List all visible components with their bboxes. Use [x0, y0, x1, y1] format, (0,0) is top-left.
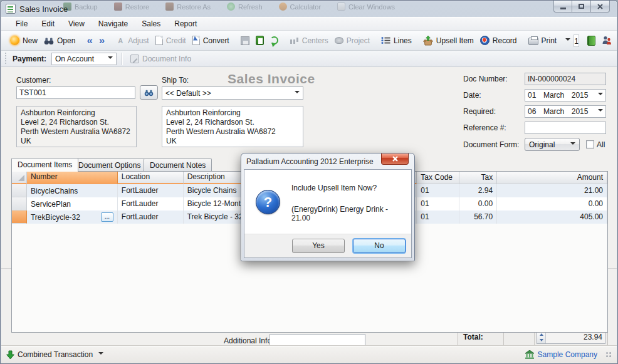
required-date-picker[interactable]: 06March2015	[525, 105, 606, 118]
column-header-tax[interactable]: Tax	[459, 172, 497, 184]
credit-button[interactable]: Credit	[152, 34, 189, 47]
cell-location: FortLauder	[118, 197, 184, 211]
print-button[interactable]: Print	[525, 34, 560, 47]
column-header-location[interactable]: Location	[118, 172, 184, 184]
customers-button[interactable]	[599, 34, 615, 47]
next-button[interactable]: »	[96, 33, 108, 48]
column-header-amount[interactable]: Amount	[497, 172, 607, 184]
select-all-header[interactable]	[12, 172, 27, 184]
menu-view[interactable]: View	[61, 18, 92, 30]
additional-info-label: Additional Info:	[224, 336, 273, 345]
refresh-icon	[270, 36, 278, 44]
menu-file[interactable]: File	[9, 18, 34, 30]
ship-to-address: Ashburton ReinforcingLevel 2, 24 Richard…	[162, 106, 303, 147]
total-value: 23.94	[546, 333, 605, 341]
chevron-down-icon	[570, 142, 575, 147]
main-toolbar: New Open « » AAdjust Credit Convert Cent…	[1, 31, 617, 51]
menu-navigate[interactable]: Navigate	[92, 18, 135, 30]
adjust-icon: A	[116, 36, 125, 45]
maximize-icon	[579, 4, 584, 9]
cell-location: FortLauder	[118, 211, 184, 224]
convert-button[interactable]: Convert	[189, 34, 233, 47]
dialog-body: ? Include Upsell Item Now? (EnergyDrink)…	[244, 170, 411, 234]
ledger-button[interactable]	[584, 34, 599, 48]
ship-to-select[interactable]: << Default >>	[162, 86, 303, 100]
minimize-icon	[560, 8, 566, 9]
restore-button: Restore	[114, 3, 150, 11]
calculator-icon	[279, 3, 287, 11]
chevron-down-icon	[598, 109, 603, 114]
dialog-close-button[interactable]	[381, 153, 409, 165]
document-form-select[interactable]: Original	[525, 138, 580, 151]
reference-label: Reference #:	[463, 123, 506, 132]
date-picker[interactable]: 01March2015	[525, 89, 606, 101]
maximize-button[interactable]	[572, 1, 591, 13]
project-button[interactable]: Project	[332, 34, 373, 47]
adjust-button[interactable]: AAdjust	[113, 34, 152, 47]
row-selector[interactable]	[12, 211, 27, 224]
required-label: Required:	[463, 107, 496, 116]
close-button[interactable]	[591, 1, 610, 13]
open-button[interactable]: Open	[41, 34, 78, 47]
save-button[interactable]	[238, 34, 253, 47]
document-info-icon	[130, 55, 139, 63]
centers-button[interactable]: Centers	[286, 34, 332, 47]
doc-number-label: Doc Number:	[463, 75, 508, 83]
restore-icon	[114, 3, 122, 11]
separator	[122, 53, 122, 65]
customer-label: Customer:	[16, 76, 51, 85]
combined-transaction-dropdown[interactable]: Combined Transaction	[6, 350, 103, 360]
binoculars-icon	[144, 88, 154, 96]
cell-tax: 56.70	[459, 211, 497, 224]
additional-info-input[interactable]	[270, 334, 365, 346]
reference-input[interactable]	[525, 122, 606, 134]
minimize-button[interactable]	[553, 1, 572, 13]
customer-lookup-button[interactable]	[140, 85, 158, 100]
menu-sales[interactable]: Sales	[135, 18, 167, 30]
column-header-tax-code[interactable]: Tax Code	[417, 172, 459, 184]
refresh-button[interactable]	[267, 34, 281, 46]
dialog-message-line1: Include Upsell Item Now?	[291, 184, 402, 192]
close-icon	[392, 156, 398, 162]
new-button[interactable]: New	[7, 34, 41, 47]
refresh-button-ghost: Refresh	[227, 3, 263, 11]
payment-method-select[interactable]: On Account	[51, 53, 117, 65]
print-copies-input[interactable]: 1	[573, 34, 579, 47]
record-button[interactable]: Record	[477, 34, 520, 47]
yes-button[interactable]: Yes	[292, 239, 345, 253]
form-watermark-title: Sales Invoice	[228, 71, 315, 86]
all-checkbox[interactable]	[586, 140, 594, 148]
paste-button[interactable]	[253, 34, 267, 47]
lines-button[interactable]: Lines	[378, 34, 415, 47]
menu-report[interactable]: Report	[167, 18, 204, 30]
resize-grip[interactable]	[605, 351, 612, 358]
no-button[interactable]: No	[353, 239, 406, 253]
document-info-button[interactable]: Document Info	[127, 53, 194, 65]
item-lookup-ellipsis-button[interactable]: ...	[101, 212, 113, 222]
tab-document-notes[interactable]: Document Notes	[144, 159, 212, 172]
print-options-dropdown[interactable]	[560, 36, 573, 45]
people-icon	[602, 36, 612, 45]
row-selector[interactable]	[12, 197, 27, 211]
customer-code-input[interactable]: TST001	[16, 86, 135, 99]
credit-icon	[155, 36, 163, 45]
menu-bar: File Edit View Navigate Sales Report	[1, 17, 617, 31]
dialog-title: Palladium Accounting 2012 Enterprise	[246, 157, 374, 166]
spinner-control[interactable]	[537, 331, 546, 343]
title-bar[interactable]: Sales Invoice Backup Restore Restore As …	[1, 1, 617, 17]
status-bar: Combined Transaction Sample Company	[1, 345, 617, 363]
company-indicator[interactable]: Sample Company	[525, 350, 612, 359]
clear-windows-button: Clear Windows	[337, 3, 395, 11]
menu-edit[interactable]: Edit	[34, 18, 61, 30]
customer-address: Ashburton ReinforcingLevel 2, 24 Richard…	[16, 106, 137, 147]
upsell-item-button[interactable]: Upsell Item	[420, 34, 477, 48]
project-icon	[335, 37, 343, 44]
next-icon: »	[99, 35, 105, 46]
toolbar-grip[interactable]	[4, 53, 8, 65]
column-header-number[interactable]: Number	[27, 172, 118, 184]
company-button[interactable]	[615, 34, 618, 47]
row-selector[interactable]	[12, 184, 27, 197]
tab-document-options[interactable]: Document Options	[72, 159, 147, 172]
tab-document-items[interactable]: Document Items	[11, 158, 78, 172]
previous-button[interactable]: «	[83, 33, 95, 48]
